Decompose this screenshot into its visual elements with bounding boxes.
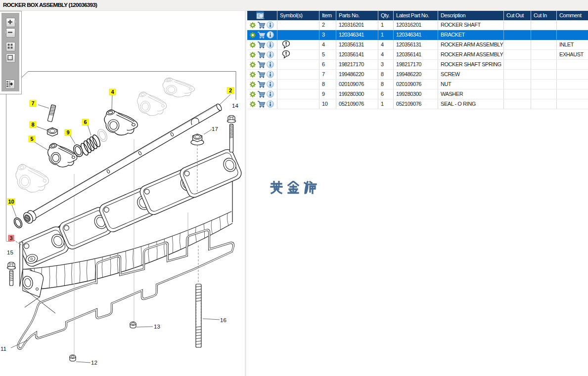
svg-text:17: 17	[212, 126, 218, 132]
svg-text:15: 15	[7, 250, 13, 255]
svg-text:2: 2	[229, 87, 232, 93]
svg-text:7: 7	[31, 100, 34, 106]
svg-text:12: 12	[91, 360, 97, 366]
svg-text:11: 11	[0, 346, 6, 352]
svg-text:8: 8	[31, 122, 34, 127]
svg-text:14: 14	[232, 103, 238, 109]
svg-text:6: 6	[84, 119, 87, 125]
svg-text:5: 5	[30, 136, 33, 142]
svg-text:3: 3	[9, 235, 12, 241]
svg-text:10: 10	[8, 199, 14, 205]
svg-text:16: 16	[220, 317, 226, 323]
svg-text:4: 4	[111, 89, 114, 95]
svg-text:13: 13	[154, 324, 160, 330]
svg-text:9: 9	[66, 129, 69, 135]
